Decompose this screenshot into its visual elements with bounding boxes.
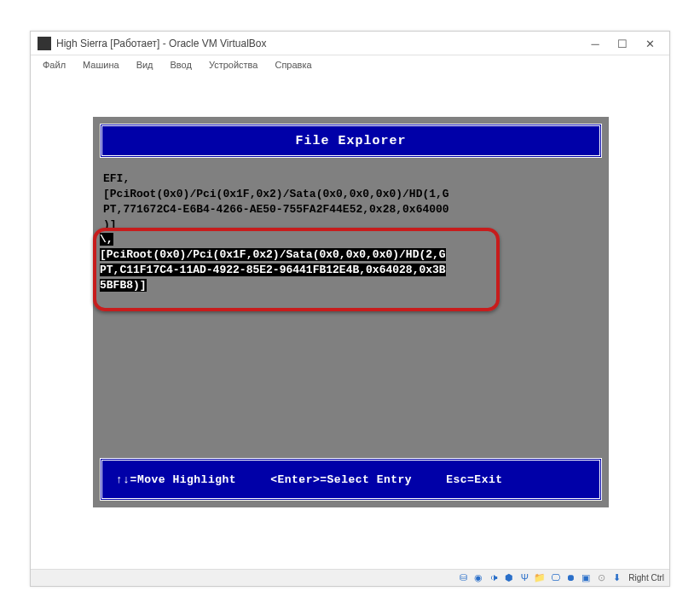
cpu-icon[interactable]: ▣: [579, 572, 593, 584]
menu-input[interactable]: Ввод: [164, 58, 199, 72]
menu-devices[interactable]: Устройства: [202, 58, 265, 72]
menu-file[interactable]: Файл: [36, 58, 72, 72]
bios-footer: ↑↓=Move Highlight <Enter>=Select Entry E…: [100, 458, 602, 501]
hard-disk-icon[interactable]: ⛁: [456, 572, 470, 584]
bios-screen: File Explorer EFI, [PciRoot(0x0)/Pci(0x1…: [93, 117, 609, 507]
entry1-line1: EFI,: [103, 171, 599, 187]
titlebar[interactable]: High Sierra [Работает] - Oracle VM Virtu…: [31, 32, 669, 55]
footer-move-hint: ↑↓=Move Highlight: [116, 473, 236, 486]
disk-entry-1[interactable]: EFI, [PciRoot(0x0)/Pci(0x1F,0x2)/Sata(0x…: [103, 171, 599, 233]
menubar: Файл Машина Вид Ввод Устройства Справка: [31, 55, 669, 74]
virtualbox-window: High Sierra [Работает] - Oracle VM Virtu…: [30, 31, 670, 587]
menu-help[interactable]: Справка: [268, 58, 318, 72]
display-icon[interactable]: 🖵: [548, 572, 562, 584]
app-icon: [38, 37, 51, 50]
selection-highlight-annotation: [93, 228, 500, 311]
optical-disk-icon[interactable]: ◉: [471, 572, 485, 584]
entry1-line2: [PciRoot(0x0)/Pci(0x1F,0x2)/Sata(0x0,0x0…: [103, 187, 599, 202]
close-button[interactable]: ✕: [644, 38, 656, 49]
usb-icon[interactable]: Ψ: [518, 572, 531, 584]
menu-machine[interactable]: Машина: [76, 58, 126, 72]
keyboard-icon[interactable]: ⬇: [610, 572, 623, 584]
host-key-indicator[interactable]: Right Ctrl: [628, 573, 664, 583]
footer-select-hint: <Enter>=Select Entry: [270, 473, 412, 486]
audio-icon[interactable]: 🕩: [487, 572, 500, 584]
shared-folder-icon[interactable]: 📁: [533, 572, 547, 584]
statusbar: ⛁ ◉ 🕩 ⬢ Ψ 📁 🖵 ⏺ ▣ ⊙ ⬇ Right Ctrl: [31, 569, 669, 586]
menu-view[interactable]: Вид: [130, 58, 160, 72]
vm-display-area[interactable]: File Explorer EFI, [PciRoot(0x0)/Pci(0x1…: [31, 74, 669, 569]
mouse-icon[interactable]: ⊙: [594, 572, 608, 584]
recording-icon[interactable]: ⏺: [564, 572, 577, 584]
network-icon[interactable]: ⬢: [502, 572, 516, 584]
bios-header: File Explorer: [100, 124, 602, 158]
maximize-button[interactable]: ☐: [616, 38, 628, 49]
window-title: High Sierra [Работает] - Oracle VM Virtu…: [56, 38, 589, 49]
footer-exit-hint: Esc=Exit: [446, 473, 502, 486]
window-controls: ─ ☐ ✕: [589, 38, 656, 49]
minimize-button[interactable]: ─: [589, 38, 601, 49]
entry1-line3: PT,771672C4-E6B4-4266-AE50-755FA2F44E52,…: [103, 202, 599, 217]
